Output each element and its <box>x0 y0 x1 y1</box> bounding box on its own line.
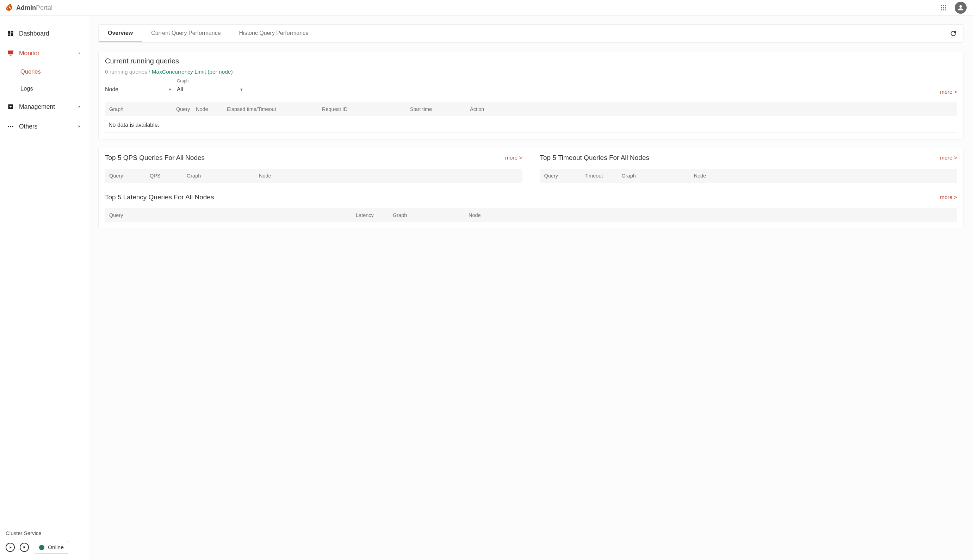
col-header: Latency <box>356 212 393 218</box>
col-header: Graph <box>187 173 259 178</box>
sidebar-subitem-label: Queries <box>20 68 41 75</box>
node-select[interactable]: Node ▼ <box>105 84 173 95</box>
col-header: Query <box>176 107 196 112</box>
status-dot-icon <box>39 545 44 550</box>
col-header: Node <box>196 107 227 112</box>
section-top5-qps: Top 5 QPS Queries For All Nodes more > Q… <box>105 154 522 183</box>
section-top5-timeout: Top 5 Timeout Queries For All Nodes more… <box>540 154 958 183</box>
sidebar-item-dashboard[interactable]: Dashboard <box>0 23 89 43</box>
qps-more-link[interactable]: more > <box>505 155 522 161</box>
chevron-down-icon <box>77 51 82 56</box>
graph-select-wrap: Graph All ▼ <box>177 78 244 95</box>
running-count-text: 0 running queries / <box>105 69 152 75</box>
section-title: Top 5 QPS Queries For All Nodes <box>105 154 205 162</box>
user-avatar-icon[interactable] <box>955 2 967 14</box>
tab-current-query-performance[interactable]: Current Query Performance <box>142 25 230 42</box>
col-header: Query <box>109 173 150 178</box>
col-header: Graph <box>109 107 176 112</box>
section-title: Top 5 Timeout Queries For All Nodes <box>540 154 649 162</box>
running-table-header: Graph Query Node Elapsed time/Timeout Re… <box>105 102 957 116</box>
svg-point-2 <box>945 5 946 6</box>
tab-label: Current Query Performance <box>151 30 220 36</box>
cluster-service-block: Cluster Service Online <box>0 525 89 560</box>
col-header: Timeout <box>585 173 622 178</box>
tabs: Overview Current Query Performance Histo… <box>98 25 318 42</box>
panel-running-queries: Current running queries 0 running querie… <box>98 51 964 140</box>
sidebar-item-label: Monitor <box>19 50 77 57</box>
apps-grid-icon[interactable] <box>940 4 947 11</box>
graph-select[interactable]: All ▼ <box>177 84 244 95</box>
filters-row: Node ▼ Graph All ▼ more > <box>105 78 957 95</box>
col-header: Query <box>544 173 585 178</box>
panel-top5: Top 5 QPS Queries For All Nodes more > Q… <box>98 148 964 229</box>
sidebar-item-monitor[interactable]: Monitor <box>0 43 89 63</box>
caret-down-icon: ▼ <box>168 87 172 92</box>
monitor-icon <box>7 50 19 57</box>
select-value: All <box>177 86 183 93</box>
svg-point-5 <box>945 7 946 8</box>
col-header: Query <box>109 212 356 218</box>
col-header: Node <box>694 173 715 178</box>
sidebar-item-others[interactable]: Others <box>0 117 89 136</box>
chevron-right-icon <box>77 104 82 109</box>
timeout-more-link[interactable]: more > <box>940 155 957 161</box>
management-icon <box>7 103 19 110</box>
svg-point-3 <box>941 7 942 8</box>
svg-point-0 <box>941 5 942 6</box>
svg-point-11 <box>12 126 13 127</box>
svg-point-9 <box>8 126 9 127</box>
caret-down-icon: ▼ <box>240 87 243 92</box>
tab-overview[interactable]: Overview <box>98 25 142 42</box>
section-top5-latency: Top 5 Latency Queries For All Nodes more… <box>105 193 957 222</box>
brand-name: AdminPortal <box>16 4 52 12</box>
col-header: Node <box>468 212 490 218</box>
svg-point-10 <box>10 126 11 127</box>
col-header: Start time <box>410 107 470 112</box>
timeout-table-header: Query Timeout Graph Node <box>540 169 958 183</box>
tabs-card: Overview Current Query Performance Histo… <box>98 24 964 43</box>
stop-button[interactable] <box>20 543 29 552</box>
node-select-wrap: Node ▼ <box>105 84 173 95</box>
tab-historic-query-performance[interactable]: Historic Query Performance <box>230 25 318 42</box>
topbar: AdminPortal <box>0 0 973 16</box>
col-header: Graph <box>393 212 468 218</box>
max-concurrency-link[interactable]: MaxConcurrency Limit (per node) : <box>152 69 236 75</box>
topbar-right <box>940 2 967 14</box>
sidebar-subitem-logs[interactable]: Logs <box>0 80 89 97</box>
select-label: Graph <box>177 78 244 83</box>
chevron-right-icon <box>77 124 82 129</box>
sidebar-item-label: Dashboard <box>19 30 82 37</box>
sidebar: Dashboard Monitor Queries Logs Managemen… <box>0 16 89 560</box>
sidebar-item-management[interactable]: Management <box>0 97 89 117</box>
col-header: Request ID <box>322 107 410 112</box>
cluster-service-title: Cluster Service <box>6 530 83 536</box>
sidebar-item-label: Management <box>19 103 77 111</box>
col-header: Node <box>259 173 280 178</box>
svg-point-8 <box>945 9 946 10</box>
cluster-status-label: Online <box>48 544 64 550</box>
sidebar-subitem-queries[interactable]: Queries <box>0 63 89 80</box>
play-button[interactable] <box>6 543 15 552</box>
cluster-status-pill[interactable]: Online <box>34 541 69 554</box>
col-header: Elapsed time/Timeout <box>227 107 322 112</box>
latency-more-link[interactable]: more > <box>940 194 957 200</box>
brand: AdminPortal <box>5 3 52 12</box>
refresh-button[interactable] <box>947 27 959 40</box>
col-header: QPS <box>150 173 187 178</box>
sidebar-subitem-label: Logs <box>20 85 33 92</box>
col-header: Graph <box>622 173 694 178</box>
running-empty-row: No data is available. <box>105 116 957 133</box>
qps-table-header: Query QPS Graph Node <box>105 169 522 183</box>
dashboard-icon <box>7 30 19 37</box>
running-more-link[interactable]: more > <box>940 89 957 95</box>
running-subline: 0 running queries / MaxConcurrency Limit… <box>105 69 957 75</box>
main-content: Overview Current Query Performance Histo… <box>89 16 973 560</box>
svg-point-6 <box>941 9 942 10</box>
col-header: Action <box>470 107 491 112</box>
tab-label: Overview <box>108 30 133 36</box>
svg-point-4 <box>943 7 944 8</box>
latency-table-header: Query Latency Graph Node <box>105 208 957 222</box>
panel-title: Current running queries <box>105 57 957 65</box>
svg-point-7 <box>943 9 944 10</box>
svg-rect-12 <box>23 547 25 548</box>
